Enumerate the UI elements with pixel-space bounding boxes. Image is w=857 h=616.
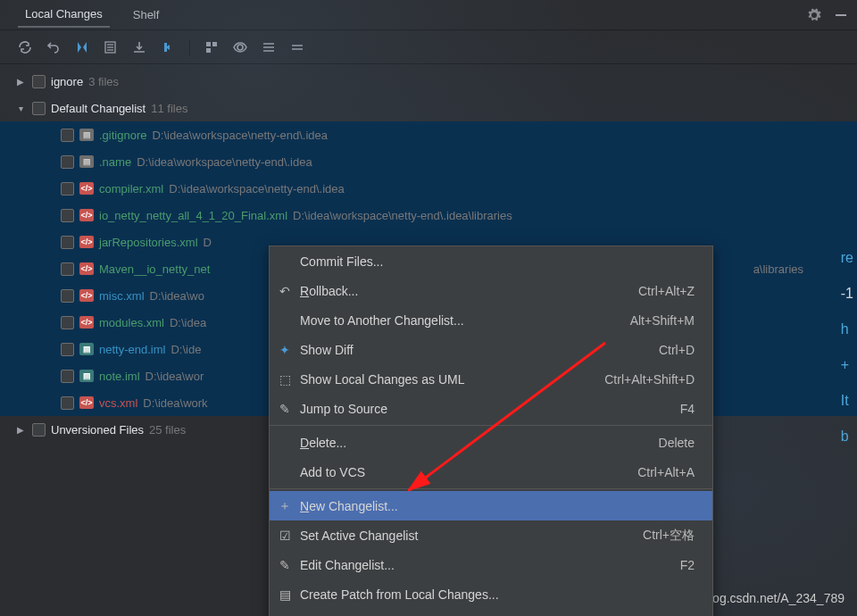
svg-point-8: [237, 45, 243, 50]
checkbox[interactable]: [61, 209, 74, 222]
uml-icon: ⬚: [277, 372, 293, 387]
svg-rect-5: [206, 42, 211, 46]
checkbox[interactable]: [61, 129, 74, 142]
chevron-right-icon[interactable]: ▶: [14, 425, 27, 435]
file-name: io_netty_netty_all_4_1_20_Final.xml: [99, 209, 287, 222]
group-default-changelist[interactable]: ▾ Default Changelist 11 files: [0, 95, 857, 121]
file-name: misc.xml: [99, 289, 145, 303]
preview-icon[interactable]: [233, 40, 247, 54]
patch-icon: ▤: [277, 587, 293, 602]
file-icon: ▤: [79, 343, 94, 355]
chevron-down-icon[interactable]: ▾: [14, 104, 27, 113]
rollback-icon: ↶: [277, 284, 293, 298]
file-count: 25 files: [149, 423, 186, 437]
checkbox[interactable]: [32, 75, 46, 88]
file-path: D: [204, 236, 212, 249]
toolbar: [0, 30, 857, 64]
file-row[interactable]: ▤ .name D:\idea\workspace\netty-end\.ide…: [0, 148, 857, 175]
svg-rect-7: [206, 48, 211, 53]
checkbox[interactable]: [61, 182, 74, 196]
chevron-right-icon[interactable]: ▶: [14, 77, 27, 87]
file-icon: </>: [79, 209, 94, 221]
file-row[interactable]: ▤ .gitignore D:\idea\workspace\netty-end…: [0, 121, 857, 148]
file-icon: </>: [79, 182, 94, 195]
menu-copy-patch[interactable]: Copy as Patch to Clipboard: [270, 609, 712, 616]
right-strip: re -1 h + It b: [841, 250, 857, 445]
checkbox[interactable]: [61, 236, 74, 249]
file-icon: </>: [79, 289, 94, 302]
rollback-icon[interactable]: [46, 40, 61, 54]
checkbox[interactable]: [61, 316, 74, 329]
expand-icon[interactable]: [262, 40, 276, 54]
menu-jump-source[interactable]: ✎Jump to SourceF4: [270, 394, 712, 423]
menu-add-vcs[interactable]: Add to VCSCtrl+Alt+A: [270, 457, 712, 487]
menu-show-uml[interactable]: ⬚Show Local Changes as UMLCtrl+Alt+Shift…: [270, 364, 712, 394]
menu-move[interactable]: Move to Another Changelist...Alt+Shift+M: [270, 305, 712, 335]
file-name: note.iml: [99, 370, 140, 383]
tab-local-changes[interactable]: Local Changes: [18, 2, 110, 28]
menu-create-patch[interactable]: ▤Create Patch from Local Changes...: [270, 579, 712, 609]
gear-icon[interactable]: [807, 8, 821, 22]
file-icon: ▤: [79, 155, 94, 168]
file-name: Maven__io_netty_net: [99, 262, 210, 276]
file-path: D:\idea\wor: [146, 370, 204, 383]
file-icon: </>: [79, 396, 94, 409]
checkbox[interactable]: [61, 262, 74, 276]
file-icon: </>: [79, 236, 94, 248]
checkbox[interactable]: [61, 155, 74, 169]
shelve-icon[interactable]: [132, 40, 146, 54]
checkbox[interactable]: [61, 396, 74, 410]
file-path: a\libraries: [753, 262, 803, 276]
menu-show-diff[interactable]: ✦Show DiffCtrl+D: [270, 335, 712, 364]
file-path: D:\idea\workspace\netty-end\.idea\librar…: [293, 209, 512, 222]
menu-delete[interactable]: Delete...Delete: [270, 428, 712, 457]
file-path: D:\idea\workspace\netty-end\.idea: [137, 155, 312, 169]
group-label: Default Changelist: [51, 102, 146, 115]
menu-rollback[interactable]: ↶Rollback...Ctrl+Alt+Z: [270, 276, 712, 305]
file-row[interactable]: </> io_netty_netty_all_4_1_20_Final.xml …: [0, 202, 857, 229]
file-icon: </>: [79, 262, 94, 275]
group-ignore[interactable]: ▶ ignore 3 files: [0, 68, 857, 95]
file-row[interactable]: </> compiler.xml D:\idea\workspace\netty…: [0, 175, 857, 202]
checkbox[interactable]: [61, 289, 74, 303]
file-icon: </>: [79, 316, 94, 329]
file-path: D:\idea: [170, 316, 206, 329]
header: Local Changes Shelf: [0, 0, 857, 30]
group-icon[interactable]: [204, 40, 219, 54]
checkbox[interactable]: [32, 102, 46, 115]
menu-new-changelist[interactable]: ＋New Changelist...: [270, 491, 712, 520]
refresh-icon[interactable]: [18, 40, 32, 54]
pencil-icon: ✎: [277, 558, 293, 572]
check-icon: ☑: [277, 529, 293, 543]
menu-commit[interactable]: Commit Files...: [270, 246, 712, 276]
file-path: D:\idea\wo: [150, 289, 204, 303]
menu-edit-changelist[interactable]: ✎Edit Changelist...F2: [270, 550, 712, 579]
file-icon: ▤: [79, 370, 94, 382]
file-name: .gitignore: [99, 129, 146, 142]
file-icon: ▤: [79, 129, 94, 141]
collapse-icon[interactable]: [290, 40, 304, 54]
minimize-icon[interactable]: [834, 8, 848, 22]
pencil-icon: ✎: [277, 402, 293, 416]
group-label: ignore: [51, 75, 83, 88]
unshelve-icon[interactable]: [161, 40, 175, 54]
menu-set-active[interactable]: ☑Set Active ChangelistCtrl+空格: [270, 520, 712, 550]
group-label: Unversioned Files: [51, 423, 144, 437]
file-name: netty-end.iml: [99, 343, 165, 356]
file-count: 3 files: [88, 75, 119, 88]
file-path: D:\ide: [171, 343, 201, 356]
file-name: jarRepositories.xml: [99, 236, 198, 249]
file-count: 11 files: [151, 102, 187, 115]
diff-icon[interactable]: [75, 40, 89, 54]
plus-icon: ＋: [277, 498, 293, 514]
file-name: modules.xml: [99, 316, 164, 329]
context-menu: Commit Files... ↶Rollback...Ctrl+Alt+Z M…: [269, 246, 713, 616]
changelist-icon[interactable]: [104, 40, 118, 54]
checkbox[interactable]: [61, 370, 74, 383]
file-name: compiler.xml: [99, 182, 163, 196]
checkbox[interactable]: [61, 343, 74, 356]
tab-shelf[interactable]: Shelf: [126, 3, 167, 27]
diff-icon: ✦: [277, 343, 293, 357]
checkbox[interactable]: [32, 423, 46, 437]
file-name: vcs.xml: [99, 396, 137, 410]
